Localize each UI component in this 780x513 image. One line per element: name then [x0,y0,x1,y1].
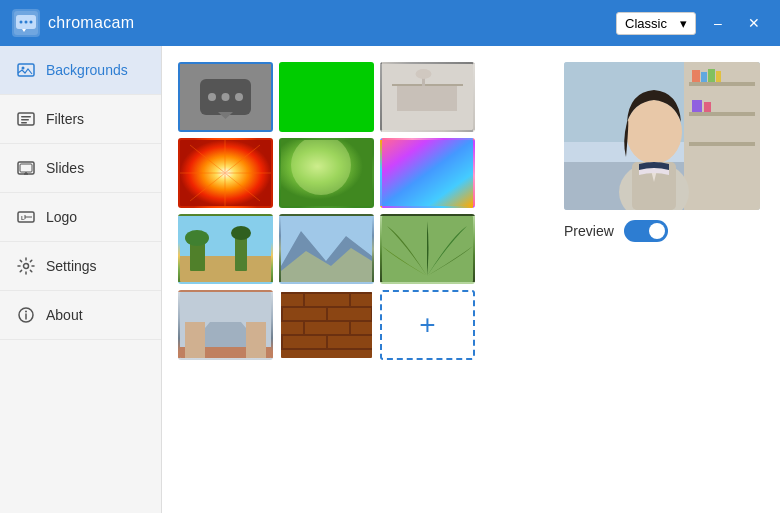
background-thumb-palms-closeup[interactable] [380,214,475,284]
svg-rect-77 [349,322,351,334]
backgrounds-grid-area: + [178,62,544,497]
theme-value: Classic [625,16,667,31]
svg-rect-12 [21,119,29,121]
about-icon [16,305,36,325]
add-background-button[interactable]: + [380,290,475,360]
svg-point-94 [626,100,682,164]
sidebar-item-backgrounds[interactable]: Backgrounds [0,46,161,95]
sidebar: Backgrounds Filters [0,46,162,513]
svg-rect-69 [281,334,372,336]
preview-toggle[interactable] [624,220,668,242]
background-thumb-nature-green[interactable] [279,138,374,208]
svg-rect-11 [21,116,31,118]
svg-rect-63 [185,322,205,358]
logo-label: Logo [46,209,77,225]
preview-image [564,62,760,210]
slides-icon [16,158,36,178]
svg-rect-49 [382,140,473,206]
svg-rect-33 [392,84,463,86]
dropdown-chevron-icon: ▾ [680,16,687,31]
settings-label: Settings [46,258,97,274]
svg-point-55 [231,226,251,240]
svg-point-29 [222,93,230,101]
settings-icon [16,256,36,276]
sidebar-item-about[interactable]: About [0,291,161,340]
svg-point-28 [208,93,216,101]
svg-rect-13 [21,122,27,124]
titlebar-controls: Classic ▾ – ✕ [616,9,768,37]
svg-rect-79 [326,336,328,348]
svg-point-35 [416,69,432,79]
sidebar-item-settings[interactable]: Settings [0,242,161,291]
background-thumb-mountains[interactable] [279,214,374,284]
background-thumb-colorful[interactable] [380,138,475,208]
svg-rect-85 [689,142,755,146]
svg-rect-64 [246,322,266,358]
app-name-label: chromacam [48,14,134,32]
background-thumb-green[interactable] [279,62,374,132]
svg-rect-89 [716,71,721,82]
about-label: About [46,307,83,323]
svg-point-6 [30,21,33,24]
main-layout: Backgrounds Filters [0,46,780,513]
background-thumb-palm-beach[interactable] [178,214,273,284]
svg-rect-74 [326,308,328,320]
app-logo-icon [12,9,40,37]
titlebar: chromacam Classic ▾ – ✕ [0,0,780,46]
filters-icon [16,109,36,129]
sidebar-item-logo[interactable]: L Logo [0,193,161,242]
svg-point-9 [22,67,25,70]
background-thumb-brick[interactable] [279,290,374,360]
svg-rect-84 [689,112,755,116]
svg-rect-15 [20,164,32,172]
logo-icon: L [16,207,36,227]
svg-rect-66 [281,292,372,294]
background-thumb-desk[interactable] [380,62,475,132]
svg-point-25 [25,311,27,313]
preview-label-row: Preview [564,220,668,242]
svg-rect-36 [397,86,457,111]
svg-rect-72 [349,294,351,306]
background-thumb-sunburst[interactable] [178,138,273,208]
slides-label: Slides [46,160,84,176]
svg-rect-78 [281,336,283,348]
svg-point-30 [235,93,243,101]
background-thumb-corridor[interactable] [178,290,273,360]
content-area: + [162,46,780,513]
svg-rect-88 [708,69,715,82]
filters-label: Filters [46,111,84,127]
svg-rect-71 [303,294,305,306]
svg-point-53 [185,230,209,246]
svg-rect-90 [692,100,702,112]
svg-rect-87 [701,72,707,82]
preview-text: Preview [564,223,614,239]
svg-rect-83 [689,82,755,86]
svg-rect-91 [704,102,711,112]
svg-rect-67 [281,306,372,308]
svg-rect-86 [692,70,700,82]
close-button[interactable]: ✕ [740,9,768,37]
svg-point-22 [24,264,29,269]
background-thumb-logo[interactable] [178,62,273,132]
svg-rect-73 [281,308,283,320]
preview-panel: Preview [564,62,764,497]
svg-point-5 [25,21,28,24]
sidebar-item-slides[interactable]: Slides [0,144,161,193]
svg-rect-68 [281,320,372,322]
svg-rect-76 [303,322,305,334]
backgrounds-grid: + [178,62,544,360]
backgrounds-label: Backgrounds [46,62,128,78]
svg-rect-70 [281,348,372,350]
svg-point-4 [20,21,23,24]
svg-rect-75 [371,308,372,320]
minimize-button[interactable]: – [704,9,732,37]
svg-text:L: L [21,215,25,221]
sidebar-item-filters[interactable]: Filters [0,95,161,144]
theme-dropdown[interactable]: Classic ▾ [616,12,696,35]
backgrounds-icon [16,60,36,80]
add-icon: + [419,309,435,341]
app-branding: chromacam [12,9,134,37]
svg-rect-54 [235,236,247,271]
